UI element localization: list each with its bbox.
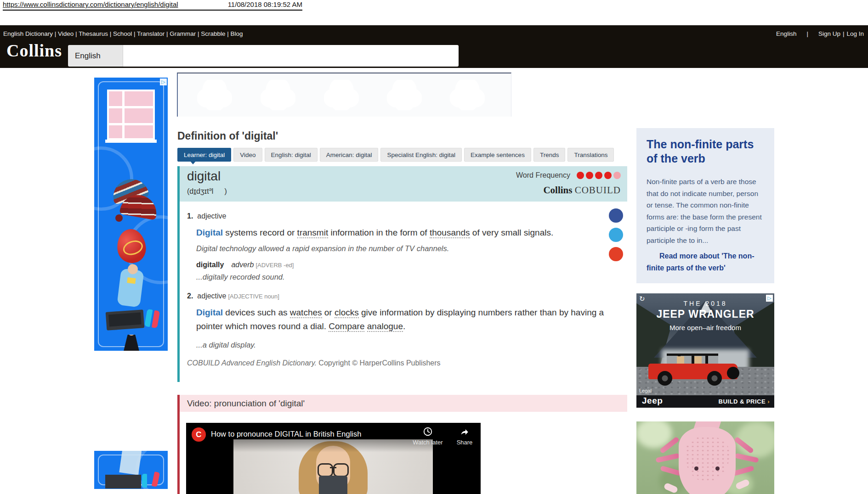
frequency-dot-filled — [595, 172, 602, 179]
ad-replay-icon[interactable]: ↻ — [639, 295, 645, 303]
top-ad-placeholder[interactable] — [177, 73, 511, 117]
video-title-link[interactable]: How to pronounce DIGITAL in British Engl… — [211, 430, 361, 438]
presenter-phone — [319, 476, 347, 494]
left-skyscraper-ad-2[interactable] — [94, 451, 168, 489]
nav-item-video[interactable]: Video — [53, 30, 74, 37]
tab-english[interactable]: English: digital — [265, 148, 318, 162]
axolotl-eye — [694, 466, 698, 471]
tab-video[interactable]: Video — [233, 148, 262, 162]
cloud-shape — [387, 80, 422, 110]
word-link-digital[interactable]: Digital — [196, 308, 223, 317]
word-link-analogue[interactable]: analogue — [367, 321, 403, 332]
search-input[interactable] — [123, 45, 459, 67]
jeep-ad-text: THE 2018 JEEP WRANGLER More open–air fre… — [636, 300, 774, 331]
nav-item-english-dictionary[interactable]: English Dictionary — [3, 30, 53, 37]
word-frequency-label: Word Frequency — [516, 171, 570, 180]
word-link-clocks[interactable]: clocks — [335, 308, 359, 318]
nav-item-blog[interactable]: Blog — [226, 30, 243, 37]
entry-tabs: Learner: digital Video English: digital … — [177, 148, 614, 162]
signup-link[interactable]: Sign Up — [818, 30, 840, 37]
grammar-promo-title: The non-finite parts of the verb — [647, 137, 764, 166]
login-link[interactable]: Log In — [846, 30, 864, 37]
sense-1-definition: Digital systems record or transmit infor… — [196, 226, 623, 240]
tab-example-sentences[interactable]: Example sentences — [464, 148, 531, 162]
search-language-dropdown[interactable]: English — [68, 45, 123, 67]
axolotl-promo-image[interactable] — [636, 421, 774, 494]
ad-product-pompom — [115, 214, 123, 222]
sense-2-example: ...a digital display. — [196, 341, 256, 349]
video-section: Video: pronunciation of 'digital' C How … — [177, 395, 627, 494]
axolotl-body — [679, 427, 736, 494]
tab-learner[interactable]: Learner: digital — [177, 148, 231, 162]
tab-translations[interactable]: Translations — [567, 148, 614, 162]
nav-item-scrabble[interactable]: Scrabble — [196, 30, 225, 37]
tab-trends[interactable]: Trends — [533, 148, 566, 162]
presenter-glasses — [314, 463, 352, 475]
jeep-legal-link[interactable]: Legal — [639, 388, 652, 393]
cloud-shape — [197, 80, 232, 110]
ad-product-dollhouse — [107, 90, 155, 140]
channel-avatar[interactable]: C — [192, 427, 206, 442]
adchoices-icon[interactable]: ▷ — [766, 295, 773, 302]
tab-american[interactable]: American: digital — [320, 148, 379, 162]
collins-logo[interactable]: Collins — [6, 40, 62, 61]
ad-product-game-console — [106, 309, 145, 331]
wheel — [658, 371, 672, 386]
cobuild-brand: Collins COBUILD — [543, 185, 621, 196]
headword: digital — [187, 169, 221, 184]
derived-word-example: ...digitally recorded sound. — [196, 273, 285, 281]
spare-tire — [727, 367, 739, 379]
print-timestamp: 11/08/2018 08:19:52 AM — [228, 0, 302, 8]
frequency-dot-filled — [604, 172, 612, 179]
nav-item-grammar[interactable]: Grammar — [165, 30, 196, 37]
ad-product-sleeping-bag — [119, 451, 142, 475]
wheel — [707, 371, 722, 386]
word-frequency: Word Frequency — [516, 171, 621, 180]
share-arrow-icon — [460, 427, 470, 437]
jeep-ad[interactable]: THE 2018 JEEP WRANGLER More open–air fre… — [636, 293, 774, 408]
nav-item-thesaurus[interactable]: Thesaurus — [74, 30, 108, 37]
print-header: https://www.collinsdictionary.com/dictio… — [3, 0, 302, 11]
nav-item-translator[interactable]: Translator — [132, 30, 165, 37]
grammar-promo-box: The non-finite parts of the verb Non-fin… — [636, 128, 774, 283]
jeep-logo: Jeep — [642, 396, 663, 406]
searchbar: English — [68, 45, 459, 67]
share-facebook-button[interactable] — [609, 208, 623, 223]
frequency-dot-filled — [586, 172, 593, 179]
jeep-ad-bar: Jeep BUILD & PRICE› — [636, 395, 774, 408]
word-link-watches[interactable]: watches — [290, 308, 322, 318]
copyright-line: COBUILD Advanced English Dictionary. Cop… — [187, 359, 441, 367]
sense-2-header: 2.adjective[ADJECTIVE noun] — [187, 292, 279, 300]
page: https://www.collinsdictionary.com/dictio… — [0, 0, 868, 494]
frequency-dot-filled — [577, 172, 584, 179]
cloud-shape — [324, 80, 359, 110]
dictionary-entry-card: digital (dɪdʒɪtəl) Word Frequency Collin… — [177, 166, 627, 382]
word-link-thousands[interactable]: thousands — [430, 228, 470, 238]
derived-word: digitallyadverb[ADVERB -ed] — [196, 261, 294, 269]
page-title: Definition of 'digital' — [177, 130, 278, 142]
tab-specialist-english[interactable]: Specialist English: digital — [380, 148, 462, 162]
left-skyscraper-ad[interactable]: ▷ — [94, 78, 168, 351]
video-section-heading: Video: pronunciation of 'digital' — [180, 395, 627, 412]
word-link-digital[interactable]: Digital — [196, 228, 223, 237]
share-button[interactable]: Share — [446, 427, 481, 446]
word-link-compare[interactable]: Compare — [329, 321, 364, 332]
cloud-shape — [450, 80, 485, 110]
build-and-price-button[interactable]: BUILD & PRICE› — [719, 398, 770, 405]
adchoices-icon[interactable]: ▷ — [160, 79, 167, 85]
watch-later-button[interactable]: Watch later — [409, 427, 446, 446]
word-link-transmit[interactable]: transmit — [297, 228, 329, 238]
site-language-selector[interactable]: English — [776, 30, 796, 37]
nav-item-school[interactable]: School — [108, 30, 132, 37]
ad-product-game-console — [105, 475, 141, 488]
ad-product-controller — [142, 474, 147, 488]
share-email-button[interactable] — [609, 247, 623, 261]
youtube-player[interactable]: C How to pronounce DIGITAL in British En… — [186, 423, 481, 494]
nav-right: English|Sign Up|Log In — [776, 30, 864, 37]
clock-icon — [423, 427, 433, 437]
grammar-read-more-link[interactable]: Read more about 'The non-finite parts of… — [647, 250, 764, 274]
axolotl-eye — [715, 466, 720, 471]
ad-product-sleeping-bag — [117, 268, 144, 307]
frequency-dot-empty — [613, 172, 621, 179]
sense-1-header: 1.adjective — [187, 212, 227, 220]
